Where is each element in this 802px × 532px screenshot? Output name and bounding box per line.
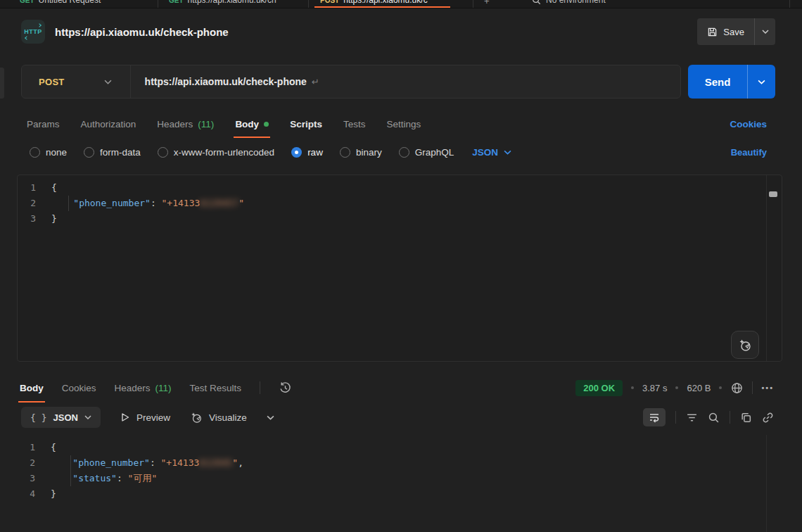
filter-lines-icon — [686, 412, 698, 424]
code-line: 2 "phone_number": "+14133812045", — [17, 455, 782, 471]
option-x-www-form-urlencoded[interactable]: x-www-form-urlencoded — [158, 147, 274, 158]
request-url-row: POST https://api.xiaomu.uk/check-phone↵ … — [21, 65, 775, 99]
divider — [752, 381, 753, 394]
environment-selector[interactable]: No environment — [532, 0, 606, 5]
preview-label: Preview — [136, 412, 170, 423]
send-options-button[interactable] — [747, 65, 775, 99]
save-button[interactable]: Save — [697, 27, 754, 37]
api-client-window: GETUntitled Request GEThttps://api.xiaom… — [0, 0, 802, 532]
tab-scripts[interactable]: Scripts — [290, 110, 322, 138]
chevron-down-icon — [84, 415, 91, 419]
sidebar-collapsed-handle[interactable] — [0, 68, 4, 99]
copy-icon — [740, 412, 752, 424]
code-token: } — [51, 211, 57, 227]
copy-response-button[interactable] — [740, 412, 752, 424]
radio-selected-icon[interactable] — [291, 147, 302, 158]
response-format-select[interactable]: { } JSON — [21, 407, 101, 428]
body-type-options: none form-data x-www-form-urlencoded raw… — [30, 138, 767, 166]
request-body-editor[interactable]: 1{ 2 "phone_number": "+141338120457" 3} — [17, 175, 782, 362]
response-size[interactable]: 620 B — [687, 383, 711, 393]
url-divider — [130, 65, 131, 99]
code-line: 4} — [17, 486, 782, 502]
response-time[interactable]: 3.87 s — [642, 383, 667, 393]
request-tab-2[interactable]: GEThttps://api.xiaomu.uk/ch — [169, 0, 276, 5]
option-none[interactable]: none — [30, 147, 67, 158]
response-tab-cookies[interactable]: Cookies — [62, 373, 96, 403]
radio-icon[interactable] — [84, 147, 94, 158]
tab-settings[interactable]: Settings — [386, 110, 421, 138]
code-line: 1{ — [18, 180, 782, 196]
option-graphql[interactable]: GraphQL — [399, 147, 454, 158]
json-string-value: "可用" — [128, 473, 158, 483]
beautify-link[interactable]: Beautify — [731, 147, 767, 158]
option-binary[interactable]: binary — [340, 147, 382, 158]
save-options-button[interactable] — [754, 18, 775, 45]
response-tab-headers[interactable]: Headers(11) — [115, 373, 172, 403]
option-form-data[interactable]: form-data — [84, 147, 141, 158]
response-scrollbar-track[interactable] — [766, 435, 767, 532]
request-tab-3-active[interactable]: POSThttps://api.xiaomu.uk/c — [320, 0, 428, 5]
preview-button[interactable]: Preview — [120, 412, 170, 423]
tab-divider — [473, 0, 473, 8]
request-tab-1[interactable]: GETUntitled Request — [20, 0, 101, 5]
line-number: 2 — [17, 455, 51, 471]
editor-scrollbar-track[interactable] — [766, 175, 767, 361]
url-input-container[interactable]: POST https://api.xiaomu.uk/check-phone↵ — [21, 65, 681, 99]
tab-label: Body — [20, 383, 44, 393]
chevron-down-icon — [267, 415, 274, 420]
network-info-button[interactable] — [730, 381, 744, 395]
share-link-button[interactable] — [762, 412, 774, 424]
redacted-phone-digits: 8120457 — [200, 198, 238, 208]
visualize-label: Visualize — [209, 412, 247, 423]
send-button[interactable]: Send — [688, 65, 747, 99]
send-split-button[interactable]: Send — [688, 65, 775, 99]
status-badge[interactable]: 200 OK — [575, 380, 623, 396]
radio-icon[interactable] — [30, 147, 40, 158]
response-body-viewer[interactable]: 1{ 2 "phone_number": "+14133812045", 3 "… — [17, 435, 782, 532]
braces-icon: { } — [30, 412, 46, 423]
line-number: 1 — [17, 440, 51, 455]
save-split-button[interactable]: Save — [697, 18, 775, 45]
response-toolbar: { } JSON Preview Visualize — [21, 404, 774, 431]
tab-label: Tests — [343, 119, 366, 129]
option-label: GraphQL — [415, 147, 454, 158]
radio-icon[interactable] — [340, 147, 350, 158]
divider — [260, 381, 260, 394]
response-tab-test-results[interactable]: Test Results — [190, 373, 242, 403]
chevron-down-icon — [104, 80, 112, 84]
request-tabs: Params Authorization Headers(11) Body Sc… — [27, 110, 767, 138]
radio-icon[interactable] — [399, 147, 409, 158]
tab-label: https://api.xiaomu.uk/c — [343, 0, 427, 5]
response-tab-body[interactable]: Body — [20, 373, 44, 403]
tab-authorization[interactable]: Authorization — [81, 110, 136, 138]
view-options-chevron[interactable] — [267, 415, 274, 420]
json-string-value: "+14133 — [161, 457, 200, 468]
tab-headers[interactable]: Headers(11) — [157, 110, 214, 138]
history-button[interactable] — [279, 381, 292, 395]
more-options-button[interactable]: ••• — [761, 384, 774, 392]
option-raw[interactable]: raw — [291, 147, 323, 158]
method-selector[interactable]: POST — [22, 77, 65, 87]
line-number: 2 — [18, 196, 51, 211]
link-icon — [762, 412, 774, 424]
tab-label: Body — [235, 119, 259, 129]
editor-scrollbar-thumb[interactable] — [769, 191, 777, 197]
tab-params[interactable]: Params — [27, 110, 60, 138]
postbot-ai-button[interactable] — [731, 331, 759, 359]
tab-body[interactable]: Body — [235, 110, 269, 138]
cookies-link[interactable]: Cookies — [730, 119, 767, 129]
wrap-text-button[interactable] — [643, 408, 666, 426]
request-title: https://api.xiaomu.uk/check-phone — [55, 26, 229, 38]
tab-tests[interactable]: Tests — [343, 110, 366, 138]
new-tab-button[interactable]: + — [484, 0, 490, 6]
search-response-button[interactable] — [708, 412, 720, 424]
response-stats: 200 OK 3.87 s 620 B ••• — [575, 380, 774, 396]
visualize-button[interactable]: Visualize — [190, 411, 247, 424]
url-input[interactable]: https://api.xiaomu.uk/check-phone↵ — [145, 76, 319, 87]
radio-icon[interactable] — [158, 147, 168, 158]
method-badge-get: GET — [169, 0, 184, 4]
method-chevron[interactable] — [104, 80, 112, 84]
raw-format-select[interactable]: JSON — [472, 147, 511, 158]
filter-button[interactable] — [686, 412, 698, 424]
tab-label: Scripts — [290, 119, 322, 129]
